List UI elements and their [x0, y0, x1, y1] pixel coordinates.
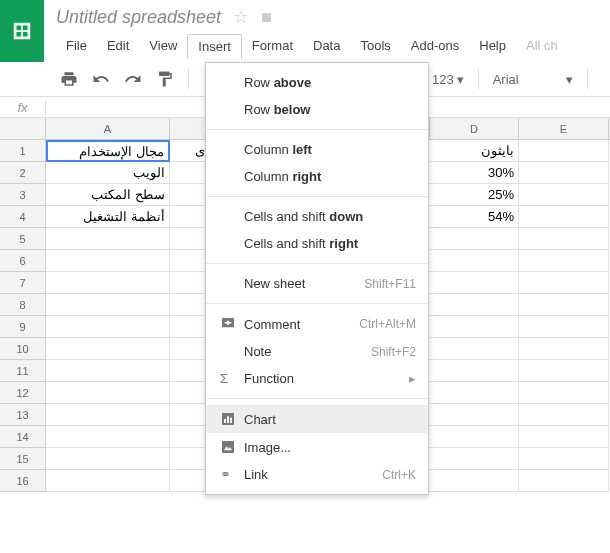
cell[interactable] [46, 426, 170, 448]
row-header[interactable]: 8 [0, 294, 46, 316]
cell[interactable] [519, 140, 609, 162]
cell[interactable] [46, 404, 170, 426]
menu-item-row-above[interactable]: Row above [206, 69, 428, 96]
col-header-e[interactable]: E [519, 118, 609, 139]
cell[interactable] [170, 448, 210, 470]
cell[interactable] [170, 184, 210, 206]
menu-tools[interactable]: Tools [350, 34, 400, 59]
cell[interactable] [519, 448, 609, 470]
cell[interactable] [429, 360, 519, 382]
cell[interactable] [170, 206, 210, 228]
cell[interactable]: أنظمة التشغيل [46, 206, 170, 228]
row-header[interactable]: 2 [0, 162, 46, 184]
cell[interactable] [429, 470, 519, 492]
cell[interactable] [519, 206, 609, 228]
menu-view[interactable]: View [139, 34, 187, 59]
cell[interactable] [46, 250, 170, 272]
menu-edit[interactable]: Edit [97, 34, 139, 59]
menu-file[interactable]: File [56, 34, 97, 59]
menu-item-row-below[interactable]: Row below [206, 96, 428, 123]
row-header[interactable]: 4 [0, 206, 46, 228]
cell[interactable]: مجال الإستخدام [46, 140, 170, 162]
cell[interactable] [170, 360, 210, 382]
cell[interactable] [429, 448, 519, 470]
menu-insert[interactable]: Insert [187, 34, 242, 59]
cell[interactable] [429, 338, 519, 360]
menu-item-note[interactable]: NoteShift+F2 [206, 338, 428, 365]
select-all-corner[interactable] [0, 118, 46, 139]
cell[interactable] [519, 316, 609, 338]
document-title[interactable]: Untitled spreadsheet [56, 7, 221, 28]
cell[interactable]: ى [170, 140, 210, 162]
row-header[interactable]: 12 [0, 382, 46, 404]
menu-item-cells-shift-down[interactable]: Cells and shift down [206, 203, 428, 230]
menu-format[interactable]: Format [242, 34, 303, 59]
cell[interactable] [170, 250, 210, 272]
cell[interactable] [170, 316, 210, 338]
cell[interactable]: بايثون [429, 140, 519, 162]
cell[interactable]: 30% [429, 162, 519, 184]
menu-item-column-right[interactable]: Column right [206, 163, 428, 190]
cell[interactable] [519, 250, 609, 272]
cell[interactable] [46, 448, 170, 470]
cell[interactable] [429, 294, 519, 316]
cell[interactable] [46, 470, 170, 492]
menu-item-image[interactable]: Image... [206, 433, 428, 461]
cell[interactable] [170, 382, 210, 404]
menu-item-column-left[interactable]: Column left [206, 136, 428, 163]
row-header[interactable]: 14 [0, 426, 46, 448]
col-header-a[interactable]: A [46, 118, 170, 139]
row-header[interactable]: 5 [0, 228, 46, 250]
menu-item-comment[interactable]: CommentCtrl+Alt+M [206, 310, 428, 338]
cell[interactable] [170, 470, 210, 492]
cell[interactable] [46, 228, 170, 250]
cell[interactable] [46, 272, 170, 294]
row-header[interactable]: 15 [0, 448, 46, 470]
cell[interactable]: 25% [429, 184, 519, 206]
menu-addons[interactable]: Add-ons [401, 34, 469, 59]
menu-item-function[interactable]: ΣFunction▸ [206, 365, 428, 392]
cell[interactable] [519, 294, 609, 316]
cell[interactable] [429, 404, 519, 426]
cell[interactable] [170, 162, 210, 184]
cell[interactable] [46, 382, 170, 404]
cell[interactable] [170, 426, 210, 448]
cell[interactable] [46, 338, 170, 360]
cell[interactable] [519, 162, 609, 184]
cell[interactable] [519, 426, 609, 448]
redo-icon[interactable] [124, 70, 142, 88]
menu-item-new-sheet[interactable]: New sheetShift+F11 [206, 270, 428, 297]
cell[interactable]: الويب [46, 162, 170, 184]
menu-data[interactable]: Data [303, 34, 350, 59]
paint-format-icon[interactable] [156, 70, 174, 88]
cell[interactable] [429, 272, 519, 294]
cell[interactable] [46, 316, 170, 338]
cell[interactable] [429, 426, 519, 448]
cell[interactable] [429, 316, 519, 338]
menu-item-link[interactable]: ⚭LinkCtrl+K [206, 461, 428, 488]
cell[interactable] [519, 360, 609, 382]
row-header[interactable]: 7 [0, 272, 46, 294]
font-dropdown[interactable]: Arial▾ [493, 72, 573, 87]
cell[interactable] [429, 228, 519, 250]
print-icon[interactable] [60, 70, 78, 88]
cell[interactable] [519, 382, 609, 404]
cell[interactable] [519, 184, 609, 206]
row-header[interactable]: 6 [0, 250, 46, 272]
cell[interactable] [519, 272, 609, 294]
cell[interactable] [519, 338, 609, 360]
cell[interactable]: سطح المكتب [46, 184, 170, 206]
row-header[interactable]: 1 [0, 140, 46, 162]
row-header[interactable]: 3 [0, 184, 46, 206]
cell[interactable] [519, 228, 609, 250]
row-header[interactable]: 16 [0, 470, 46, 492]
col-header-b[interactable] [170, 118, 210, 139]
row-header[interactable]: 13 [0, 404, 46, 426]
cell[interactable]: 54% [429, 206, 519, 228]
col-header-d[interactable]: D [429, 118, 519, 139]
menu-help[interactable]: Help [469, 34, 516, 59]
cell[interactable] [170, 272, 210, 294]
row-header[interactable]: 10 [0, 338, 46, 360]
cell[interactable] [170, 338, 210, 360]
cell[interactable] [519, 404, 609, 426]
